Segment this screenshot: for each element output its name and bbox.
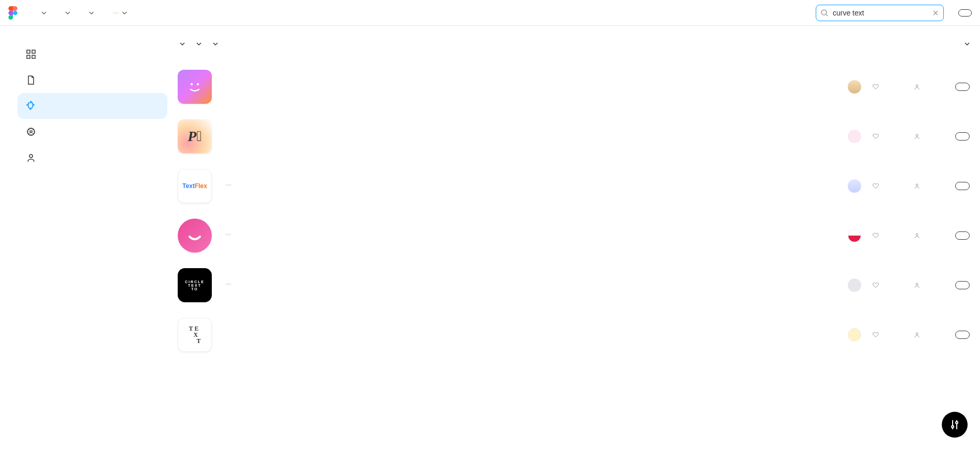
users-stat — [914, 84, 944, 90]
likes-stat — [873, 232, 903, 239]
svg-point-13 — [916, 234, 918, 236]
svg-point-0 — [821, 10, 827, 15]
nav-whiteboarding[interactable] — [86, 10, 94, 15]
sidebar-item-all[interactable] — [18, 41, 167, 67]
result-row[interactable] — [178, 62, 970, 112]
sidebar-item-files[interactable] — [18, 67, 167, 93]
heart-icon — [873, 133, 879, 139]
search-input[interactable] — [833, 9, 928, 17]
chevron-down-icon — [65, 10, 70, 15]
creator-avatar[interactable] — [848, 229, 861, 242]
users-stat — [914, 183, 944, 189]
nav-plugins[interactable] — [62, 10, 70, 15]
result-info — [220, 234, 839, 238]
plugin-icon — [26, 101, 36, 111]
svg-rect-4 — [32, 55, 35, 58]
likes-stat — [873, 133, 903, 139]
svg-rect-1 — [27, 50, 30, 53]
iap-badge — [225, 283, 231, 285]
heart-icon — [873, 84, 879, 90]
filter-products[interactable] — [178, 41, 185, 46]
person-icon — [914, 232, 920, 239]
sort-dropdown[interactable] — [962, 41, 970, 46]
nav-design-resources[interactable] — [38, 10, 46, 15]
result-info — [220, 86, 839, 88]
likes-stat — [873, 332, 903, 338]
heart-icon — [873, 332, 879, 338]
filter-price[interactable] — [194, 41, 201, 46]
chevron-down-icon — [41, 10, 46, 15]
creator-avatar[interactable] — [848, 130, 861, 143]
heart-icon — [873, 282, 879, 288]
person-icon — [914, 332, 920, 338]
new-badge — [113, 12, 119, 14]
chevron-down-icon — [196, 41, 201, 46]
try-it-out-button[interactable] — [955, 331, 970, 339]
person-icon — [26, 152, 36, 163]
heart-icon — [873, 183, 879, 189]
svg-point-10 — [916, 85, 918, 87]
svg-point-6 — [30, 131, 32, 133]
person-icon — [914, 133, 920, 139]
person-icon — [914, 84, 920, 90]
try-it-out-button[interactable] — [955, 281, 970, 289]
try-it-out-button[interactable] — [955, 231, 970, 240]
clear-search-icon[interactable] — [932, 9, 939, 17]
chevron-down-icon — [122, 10, 127, 15]
figma-logo-icon[interactable] — [8, 6, 18, 20]
chevron-down-icon — [213, 41, 218, 46]
main-content: P⃗ — [0, 26, 980, 375]
signup-button[interactable] — [958, 9, 972, 17]
users-stat — [914, 282, 944, 288]
filter-group — [178, 41, 218, 46]
nav-menu — [38, 10, 127, 15]
creator-avatar[interactable] — [848, 80, 861, 94]
result-row[interactable]: P⃗ — [178, 112, 970, 161]
result-row[interactable]: CIRCLETEXTTO — [178, 260, 970, 310]
chevron-down-icon — [180, 41, 185, 46]
result-row[interactable]: TextFlex — [178, 161, 970, 211]
sidebar-item-widgets[interactable] — [18, 119, 167, 145]
creator-avatar[interactable] — [848, 278, 861, 292]
sidebar-item-plugins[interactable] — [18, 93, 167, 119]
plugin-icon-textflex: TextFlex — [178, 169, 212, 203]
filter-creators[interactable] — [211, 41, 218, 46]
try-it-out-button[interactable] — [955, 83, 970, 91]
svg-point-15 — [916, 333, 918, 335]
filter-bar — [178, 41, 970, 46]
likes-stat — [873, 282, 903, 288]
users-stat — [914, 332, 944, 338]
plugin-icon-text-arc: T E X T — [178, 318, 212, 352]
svg-point-5 — [27, 128, 35, 135]
likes-stat — [873, 84, 903, 90]
result-meta — [848, 229, 970, 242]
try-it-out-button[interactable] — [955, 182, 970, 190]
widget-icon — [26, 127, 36, 137]
creator-avatar[interactable] — [848, 328, 861, 342]
nav-presentations[interactable] — [110, 10, 127, 15]
result-row[interactable] — [178, 211, 970, 260]
result-meta — [848, 328, 970, 342]
chevron-down-icon — [965, 41, 970, 46]
svg-rect-2 — [32, 50, 35, 53]
svg-point-11 — [916, 134, 918, 136]
iap-badge — [225, 184, 231, 186]
search-box[interactable] — [816, 5, 944, 21]
file-icon — [26, 75, 36, 85]
heart-icon — [873, 232, 879, 239]
result-meta — [848, 179, 970, 193]
sidebar — [18, 41, 167, 360]
users-stat — [914, 133, 944, 139]
creator-avatar[interactable] — [848, 179, 861, 193]
likes-stat — [873, 183, 903, 189]
result-meta — [848, 278, 970, 292]
sidebar-item-creators[interactable] — [18, 145, 167, 170]
results-panel: P⃗ — [178, 41, 970, 360]
result-info — [220, 135, 839, 137]
result-row[interactable]: T E X T — [178, 310, 970, 360]
result-info — [220, 184, 839, 188]
svg-rect-3 — [27, 55, 30, 58]
svg-rect-8 — [191, 83, 193, 85]
search-icon — [820, 9, 829, 17]
try-it-out-button[interactable] — [955, 132, 970, 141]
